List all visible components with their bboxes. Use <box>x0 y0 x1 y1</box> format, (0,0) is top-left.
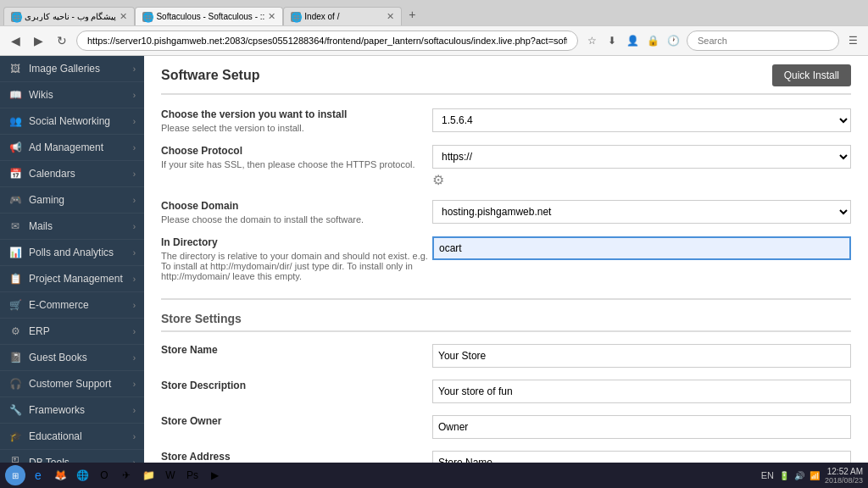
sidebar-item-polls-analytics[interactable]: 📊 Polls and Analytics › <box>0 240 144 266</box>
back-button[interactable]: ◀ <box>7 32 25 49</box>
taskbar-opera-icon[interactable]: O <box>95 466 114 485</box>
store-name-label: Store Name <box>161 344 432 356</box>
section-title: Software Setup <box>161 68 259 83</box>
calendars-icon: 📅 <box>8 167 22 180</box>
store-name-control-col <box>432 344 851 368</box>
new-tab-button[interactable]: + <box>402 4 422 25</box>
taskbar-photoshop-icon[interactable]: Ps <box>183 466 202 485</box>
taskbar-ie-icon[interactable]: e <box>29 466 47 485</box>
taskbar-telegram-icon[interactable]: ✈ <box>117 466 136 485</box>
domain-sublabel: Please choose the domain to install the … <box>161 214 432 225</box>
sidebar-arrow-social-networking: › <box>133 117 136 126</box>
profile-icon[interactable]: 👤 <box>624 32 641 49</box>
taskbar-explorer-icon[interactable]: 📁 <box>139 466 158 485</box>
sidebar-label-mails: Mails <box>29 220 133 232</box>
search-input[interactable] <box>687 30 839 51</box>
sidebar-item-mails[interactable]: ✉ Mails › <box>0 214 144 240</box>
store-description-input[interactable] <box>432 380 851 403</box>
sidebar-item-ad-management[interactable]: 📢 Ad Management › <box>0 135 144 161</box>
domain-select[interactable]: hosting.pishgamweb.net <box>432 200 851 224</box>
tab-3-favicon: 🌐 <box>291 12 301 22</box>
tab-1-title: پیشگام وب - ناحیه کاربری <box>25 12 116 21</box>
directory-label-col: In Directory The directory is relative t… <box>161 236 432 281</box>
software-setup-form: Choose the version you want to install P… <box>161 108 851 281</box>
tray-date: 2018/08/23 <box>825 476 863 485</box>
version-control-col: 1.5.6.4 <box>432 108 851 132</box>
sidebar-item-calendars[interactable]: 📅 Calendars › <box>0 161 144 187</box>
guest-books-icon: 📓 <box>8 351 22 364</box>
image-galleries-icon: 🖼 <box>8 62 22 75</box>
sidebar-label-calendars: Calendars <box>29 168 133 180</box>
sidebar-item-ecommerce[interactable]: 🛒 E-Commerce › <box>0 292 144 319</box>
start-button[interactable]: ⊞ <box>5 465 25 485</box>
version-label: Choose the version you want to install <box>161 108 432 120</box>
quick-install-button[interactable]: Quick Install <box>772 64 851 86</box>
sidebar-item-guest-books[interactable]: 📓 Guest Books › <box>0 345 144 371</box>
history-icon[interactable]: 🕐 <box>665 32 682 49</box>
sidebar-item-gaming[interactable]: 🎮 Gaming › <box>0 187 144 214</box>
store-description-label-col: Store Description <box>161 380 432 394</box>
taskbar-word-icon[interactable]: W <box>161 466 180 485</box>
erp-icon: ⚙ <box>8 324 22 338</box>
sidebar-arrow-ecommerce: › <box>133 301 136 310</box>
taskbar-firefox-icon[interactable]: 🦊 <box>51 466 70 485</box>
directory-input[interactable] <box>432 236 851 260</box>
project-management-icon: 📋 <box>8 272 22 286</box>
taskbar: ⊞ e 🦊 🌐 O ✈ 📁 W Ps ▶ EN 🔋 🔊 📶 12:52 AM 2… <box>0 463 868 488</box>
protocol-label: Choose Protocol <box>161 145 432 157</box>
tab-2-close[interactable]: ✕ <box>268 11 275 22</box>
sidebar-label-ecommerce: E-Commerce <box>29 299 133 311</box>
menu-icon[interactable]: ☰ <box>844 32 861 49</box>
tray-battery-icon: 🔋 <box>779 471 789 480</box>
sidebar-item-wikis[interactable]: 📖 Wikis › <box>0 82 144 108</box>
lock-icon[interactable]: 🔒 <box>644 32 661 49</box>
sidebar-item-educational[interactable]: 🎓 Educational › <box>0 424 144 450</box>
sidebar-item-customer-support[interactable]: 🎧 Customer Support › <box>0 371 144 397</box>
educational-icon: 🎓 <box>8 430 22 443</box>
store-address-label: Store Address <box>161 451 432 463</box>
taskbar-media-icon[interactable]: ▶ <box>205 466 224 485</box>
tab-3[interactable]: 🌐 Index of / ✕ <box>283 7 402 25</box>
tab-bar: 🌐 پیشگام وب - ناحیه کاربری ✕ 🌐 Softaculo… <box>0 0 868 25</box>
sidebar-label-gaming: Gaming <box>29 194 133 206</box>
main-layout: 🖼 Image Galleries › 📖 Wikis › 👥 Social N… <box>0 56 868 463</box>
sidebar-arrow-ad-management: › <box>133 143 136 152</box>
reload-button[interactable]: ↻ <box>53 32 71 49</box>
tab-1-close[interactable]: ✕ <box>120 11 127 22</box>
sidebar-arrow-polls-analytics: › <box>133 248 136 258</box>
store-description-label: Store Description <box>161 380 432 391</box>
sidebar-item-erp[interactable]: ⚙ ERP › <box>0 319 144 345</box>
tab-1[interactable]: 🌐 پیشگام وب - ناحیه کاربری ✕ <box>3 7 135 25</box>
sidebar-label-customer-support: Customer Support <box>29 378 133 390</box>
url-input[interactable] <box>76 30 578 51</box>
download-icon[interactable]: ⬇ <box>604 32 620 49</box>
tab-3-close[interactable]: ✕ <box>387 11 394 22</box>
sidebar-item-db-tools[interactable]: 🗄 DB Tools › <box>0 450 144 463</box>
tab-2-title: Softaculous - Softaculous - :: <box>156 12 264 21</box>
tray-clock: 12:52 AM 2018/08/23 <box>825 467 863 485</box>
address-bar: ◀ ▶ ↻ ☆ ⬇ 👤 🔒 🕐 ☰ <box>0 25 868 56</box>
bookmark-icon[interactable]: ☆ <box>583 32 600 49</box>
sidebar: 🖼 Image Galleries › 📖 Wikis › 👥 Social N… <box>0 56 144 463</box>
taskbar-chrome-icon[interactable]: 🌐 <box>73 466 92 485</box>
sidebar-label-erp: ERP <box>29 325 133 337</box>
content-inner: Software Setup Quick Install Choose the … <box>144 56 868 463</box>
store-name-input[interactable] <box>432 344 851 368</box>
sidebar-item-project-management[interactable]: 📋 Project Management › <box>0 266 144 292</box>
section-header: Software Setup Quick Install <box>161 64 851 95</box>
version-select[interactable]: 1.5.6.4 <box>432 108 851 132</box>
sidebar-item-social-networking[interactable]: 👥 Social Networking › <box>0 108 144 135</box>
protocol-select[interactable]: https:// <box>432 145 851 169</box>
sidebar-arrow-image-galleries: › <box>133 64 136 74</box>
store-owner-input[interactable] <box>432 415 851 439</box>
sidebar-item-frameworks[interactable]: 🔧 Frameworks › <box>0 397 144 424</box>
store-address-input[interactable] <box>432 451 851 463</box>
directory-sublabel: The directory is relative to your domain… <box>161 251 432 281</box>
sidebar-label-project-management: Project Management <box>29 273 133 285</box>
tab-2[interactable]: 🌐 Softaculous - Softaculous - :: ✕ <box>135 7 283 25</box>
store-description-row: Store Description <box>161 380 851 403</box>
sidebar-label-polls-analytics: Polls and Analytics <box>29 247 133 258</box>
forward-button[interactable]: ▶ <box>30 32 47 49</box>
sidebar-item-image-galleries[interactable]: 🖼 Image Galleries › <box>0 56 144 82</box>
nav-icons: ☆ ⬇ 👤 🔒 🕐 <box>583 32 682 49</box>
